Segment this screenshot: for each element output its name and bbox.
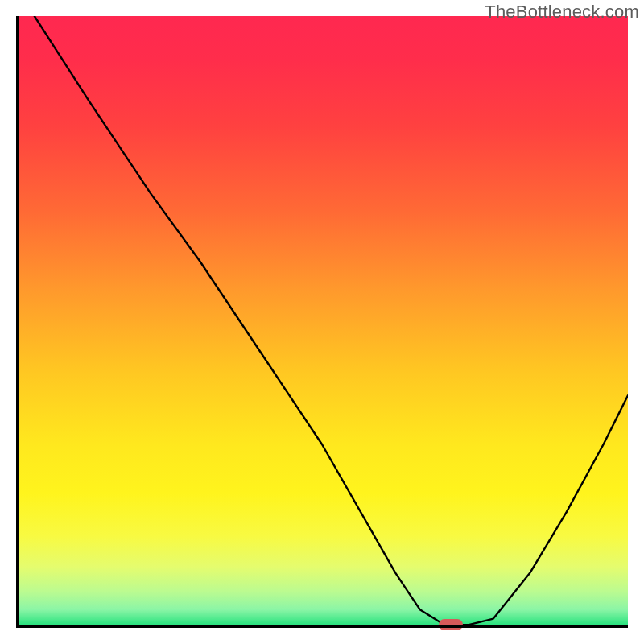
y-axis (16, 16, 19, 628)
plot-area (16, 16, 628, 628)
curve-line (16, 16, 628, 628)
watermark-text: TheBottleneck.com (485, 2, 639, 23)
x-axis (16, 625, 628, 628)
